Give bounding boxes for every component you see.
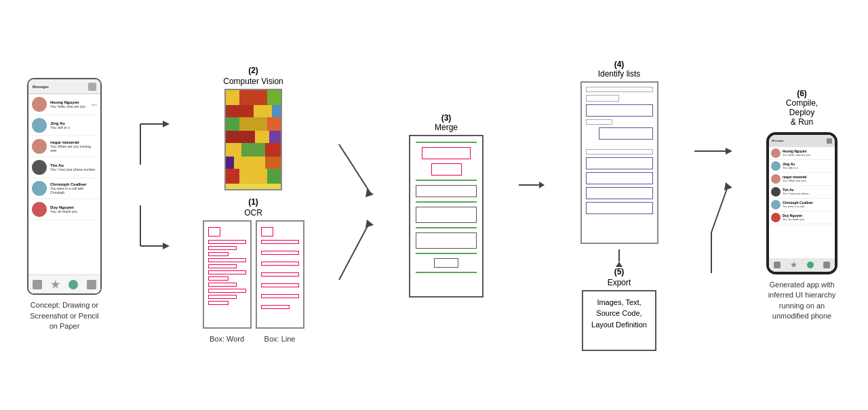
svg-marker-9 (366, 220, 374, 228)
arrow-v-line (618, 249, 620, 262)
pr-footer (769, 258, 835, 272)
avatar (32, 160, 47, 175)
phone-footer (28, 274, 100, 293)
chat-item: Duy Nguyen You: do thank you (28, 199, 100, 220)
step0-col: Messages Huong Nguyen You: hello, how ar… (27, 78, 102, 331)
chat-preview: You: talk to u (50, 125, 70, 130)
pr-avatar (771, 187, 781, 197)
step3-label: Merge (435, 123, 458, 132)
avatar (32, 97, 47, 112)
pr-chat-preview: You: When are you... (783, 179, 808, 182)
svg-marker-7 (366, 189, 374, 197)
chat-icon (68, 280, 78, 289)
chat-preview: You: I lost your phone number (50, 167, 96, 172)
ocr-line (208, 258, 246, 262)
ocr-line (261, 294, 299, 298)
id-lists-doc (580, 81, 658, 244)
merge-arrows-svg (336, 124, 376, 314)
step2-num: (2) (248, 66, 258, 75)
word-doc-col: Box: Word (203, 220, 252, 344)
step5-num: (5) (614, 267, 625, 276)
phone-screen: Messages Huong Nguyen You: hello, how ar… (769, 135, 835, 272)
ocr-line (208, 276, 229, 281)
people-icon (33, 280, 42, 289)
wf-rect (416, 232, 477, 249)
chat-item: Huong Nguyen You: hello, how are you New (28, 94, 100, 115)
step4-num: (4) (614, 60, 625, 69)
compile-arrows-svg (691, 97, 732, 314)
ocr-docs: Box: Word (203, 220, 304, 344)
cv-ocr-section: (2) Computer Vision (1) OCR (203, 66, 304, 344)
wf-green-mid2 (416, 201, 477, 203)
arrow-3-4 (519, 182, 545, 188)
pr-avatar (771, 148, 781, 158)
step3-num: (3) (441, 113, 452, 123)
arrows-4-6 (691, 97, 732, 314)
wf-green-top (416, 142, 477, 143)
pr-status-icon (827, 138, 832, 144)
wf-rect (431, 163, 462, 176)
wf-green-mid3 (416, 227, 477, 228)
pr-chat-item: Christoph Csallner You were in a call... (769, 199, 835, 211)
step5-label: Export (608, 278, 631, 287)
ocr-line (208, 283, 237, 287)
phone-header: Messages (28, 79, 100, 94)
ocr-line (261, 262, 299, 266)
pr-chat-item: negar maserati You: When are you... (769, 173, 835, 186)
step1-num: (1) (248, 197, 258, 207)
chat-preview: You: hello, how are you (50, 104, 85, 109)
ocr-line (208, 289, 246, 293)
avatar (32, 181, 47, 196)
step4-col: (4) Identify lists (5) Export Images, T (580, 60, 658, 351)
ocr-word-doc (203, 220, 252, 329)
avatar (32, 202, 47, 217)
ocr-line (261, 272, 299, 276)
ocr-line (208, 246, 237, 250)
pr-header: Messages (769, 135, 835, 147)
step6-label: Compile, Deploy & Run (786, 98, 818, 127)
id-rect (586, 87, 653, 92)
line-doc-col: Box: Line (256, 220, 304, 344)
svg-marker-14 (724, 182, 732, 190)
arrow-head-down (616, 262, 623, 267)
arrows-to-merge (336, 97, 376, 314)
box-word-label: Box: Word (210, 334, 244, 344)
id-rect (586, 119, 613, 125)
pr-chat-icon (807, 262, 814, 268)
pr-avatar (771, 174, 781, 184)
phone-right-wrap: Messages Huong Nguyen You: hello, how ar… (763, 132, 841, 322)
pr-chat-item: Duy Nguyen You: do thank you (769, 211, 835, 224)
id-rect (586, 149, 653, 155)
ocr-line (261, 251, 299, 255)
step5-area: (5) Export Images, Text, Source Code, La… (582, 249, 656, 351)
step1-label: OCR (244, 208, 262, 218)
ocr-line (208, 295, 237, 299)
wf-rect (416, 185, 477, 197)
input-phone: Messages Huong Nguyen You: hello, how ar… (27, 78, 102, 295)
merged-wireframe (409, 135, 484, 298)
id-rect (586, 187, 653, 199)
ocr-line (208, 252, 229, 256)
ocr-sq-rect2 (261, 227, 273, 237)
chat-item: negar maserati You: When are you coming … (28, 136, 100, 157)
generated-app-caption: Generated app with inferred UI hierarchy… (763, 280, 841, 322)
step0-caption: Concept: Drawing or Screenshot or Pencil… (27, 300, 102, 331)
output-phone: Messages Huong Nguyen You: hello, how ar… (766, 132, 837, 274)
svg-line-13 (711, 185, 728, 232)
chat-item: Tim Au You: I lost your phone number (28, 157, 100, 178)
diagram-container: Messages Huong Nguyen You: hello, how ar… (14, 9, 854, 402)
id-rect (599, 127, 652, 140)
ocr-line (261, 283, 299, 287)
wf-green-mid4 (416, 253, 477, 254)
pr-chat-preview: You: hello, how are you (783, 153, 810, 157)
ocr-sq-rect (208, 227, 220, 237)
avatar (32, 118, 47, 133)
arrow-line (519, 184, 539, 186)
pr-avatar (771, 200, 781, 209)
step1-col: (1) OCR (203, 197, 304, 344)
step4-label: Identify lists (598, 69, 641, 79)
wf-green-mid (416, 180, 477, 181)
pr-star-icon (790, 262, 797, 268)
box-line-label: Box: Line (264, 334, 296, 344)
ocr-line (261, 305, 290, 309)
